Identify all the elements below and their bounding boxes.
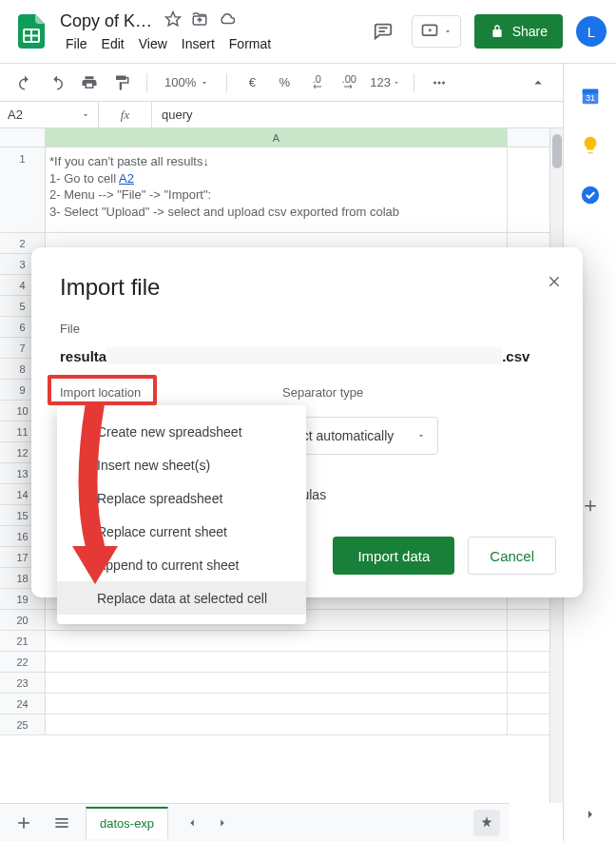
separator-type-label: Separator type bbox=[282, 385, 438, 400]
svg-point-9 bbox=[437, 81, 440, 84]
svg-point-10 bbox=[442, 81, 445, 84]
cell[interactable] bbox=[46, 694, 508, 714]
row-header[interactable]: 24 bbox=[0, 694, 46, 714]
format-123-button[interactable]: 123 bbox=[368, 69, 402, 96]
more-toolbar-icon[interactable] bbox=[426, 69, 452, 96]
menu-insert[interactable]: Insert bbox=[176, 34, 221, 53]
formula-input[interactable]: query bbox=[152, 108, 563, 122]
move-icon[interactable] bbox=[191, 10, 208, 32]
import-data-button[interactable]: Import data bbox=[333, 537, 454, 575]
row-header[interactable]: 23 bbox=[0, 673, 46, 693]
filename-redacted bbox=[106, 347, 502, 364]
cancel-button[interactable]: Cancel bbox=[468, 537, 556, 575]
menu-edit[interactable]: Edit bbox=[96, 34, 130, 53]
currency-button[interactable]: € bbox=[239, 69, 265, 96]
fx-icon: fx bbox=[99, 102, 152, 127]
share-label: Share bbox=[512, 24, 548, 39]
cell[interactable]: *If you can't paste all results↓ 1- Go t… bbox=[46, 147, 508, 232]
dropdown-item[interactable]: Create new spreadsheet bbox=[57, 415, 306, 448]
row-header[interactable]: 21 bbox=[0, 631, 46, 651]
name-box-value: A2 bbox=[8, 108, 23, 122]
dropdown-item[interactable]: Replace current sheet bbox=[57, 515, 306, 548]
present-button[interactable] bbox=[412, 15, 461, 48]
cell[interactable] bbox=[46, 673, 508, 693]
cell[interactable] bbox=[46, 631, 508, 651]
dropdown-item[interactable]: Replace data at selected cell bbox=[57, 581, 306, 615]
account-avatar[interactable]: L bbox=[576, 16, 606, 47]
row-header[interactable]: 20 bbox=[0, 610, 46, 630]
comments-icon[interactable] bbox=[368, 16, 398, 47]
annotation-highlight-box bbox=[48, 375, 157, 405]
zoom-select[interactable]: 100% bbox=[159, 75, 215, 89]
table-row: 24 bbox=[0, 694, 563, 714]
table-row: 25 bbox=[0, 714, 563, 735]
increase-decimal-button[interactable]: .00 bbox=[336, 69, 362, 96]
table-row: 23 bbox=[0, 673, 563, 694]
table-row: 21 bbox=[0, 631, 563, 652]
avatar-initial: L bbox=[587, 24, 595, 40]
dropdown-item[interactable]: Insert new sheet(s) bbox=[57, 448, 306, 481]
row-header[interactable]: 22 bbox=[0, 652, 46, 672]
collapse-toolbar-icon[interactable] bbox=[525, 69, 551, 96]
dropdown-item[interactable]: Replace spreadsheet bbox=[57, 481, 306, 515]
formula-bar: A2 fx query bbox=[0, 102, 563, 128]
file-name-display: resulta .csv bbox=[60, 347, 554, 364]
tasks-addon-icon[interactable] bbox=[579, 184, 602, 206]
sheet-tab-label: datos-exp bbox=[100, 816, 154, 831]
dialog-title: Import file bbox=[60, 274, 554, 301]
app-header: Copy of K… File Edit View Insert Format bbox=[0, 0, 616, 64]
share-button[interactable]: Share bbox=[474, 14, 563, 49]
zoom-value: 100% bbox=[164, 75, 196, 89]
percent-button[interactable]: % bbox=[271, 69, 298, 96]
dropdown-item[interactable]: Append to current sheet bbox=[57, 548, 306, 581]
keep-addon-icon[interactable] bbox=[579, 134, 602, 157]
calendar-addon-icon[interactable]: 31 bbox=[579, 85, 602, 108]
cloud-status-icon[interactable] bbox=[218, 10, 237, 32]
svg-point-8 bbox=[433, 81, 436, 84]
print-icon[interactable] bbox=[76, 69, 103, 96]
all-sheets-button[interactable] bbox=[48, 809, 76, 837]
sheet-tab-active[interactable]: datos-exp bbox=[86, 807, 168, 839]
menu-bar: File Edit View Insert Format bbox=[60, 34, 277, 53]
doc-meta: Copy of K… File Edit View Insert Format bbox=[60, 10, 277, 53]
paint-format-icon[interactable] bbox=[108, 69, 135, 96]
undo-icon[interactable] bbox=[11, 69, 38, 96]
toolbar: 100% € % .0 .00 123 bbox=[0, 64, 563, 102]
side-panel-collapse-icon[interactable] bbox=[579, 803, 602, 826]
import-location-dropdown: Create new spreadsheetInsert new sheet(s… bbox=[57, 405, 306, 624]
redo-icon[interactable] bbox=[44, 69, 70, 96]
row-header[interactable]: 1 bbox=[0, 147, 46, 232]
chevron-down-icon bbox=[416, 431, 426, 440]
select-all-corner[interactable] bbox=[0, 128, 46, 147]
column-headers: A bbox=[0, 128, 563, 147]
cell[interactable] bbox=[46, 714, 508, 734]
sheets-logo-icon[interactable] bbox=[14, 14, 48, 49]
doc-title[interactable]: Copy of K… bbox=[60, 11, 152, 31]
sheet-next-button[interactable] bbox=[208, 809, 237, 837]
table-row: 1*If you can't paste all results↓ 1- Go … bbox=[0, 147, 563, 233]
row-header[interactable]: 25 bbox=[0, 714, 46, 734]
decrease-decimal-button[interactable]: .0 bbox=[303, 69, 330, 96]
explore-button[interactable] bbox=[473, 810, 500, 836]
svg-marker-3 bbox=[166, 11, 181, 25]
menu-format[interactable]: Format bbox=[223, 34, 277, 53]
column-header-a[interactable]: A bbox=[46, 128, 508, 147]
svg-text:31: 31 bbox=[585, 93, 594, 103]
menu-file[interactable]: File bbox=[60, 34, 93, 53]
menu-view[interactable]: View bbox=[133, 34, 173, 53]
cell[interactable] bbox=[46, 652, 508, 672]
cell-link-a2[interactable]: A2 bbox=[119, 171, 134, 186]
star-icon[interactable] bbox=[164, 10, 182, 32]
add-sheet-button[interactable] bbox=[10, 809, 38, 837]
table-row: 22 bbox=[0, 652, 563, 673]
sheet-tab-bar: datos-exp bbox=[0, 803, 510, 841]
file-label: File bbox=[60, 322, 554, 336]
name-box[interactable]: A2 bbox=[0, 102, 99, 127]
separator-value: ect automatically bbox=[295, 428, 394, 443]
scrollbar-thumb[interactable] bbox=[552, 134, 562, 168]
dialog-close-button[interactable] bbox=[547, 274, 562, 294]
sheet-prev-button[interactable] bbox=[178, 809, 206, 837]
